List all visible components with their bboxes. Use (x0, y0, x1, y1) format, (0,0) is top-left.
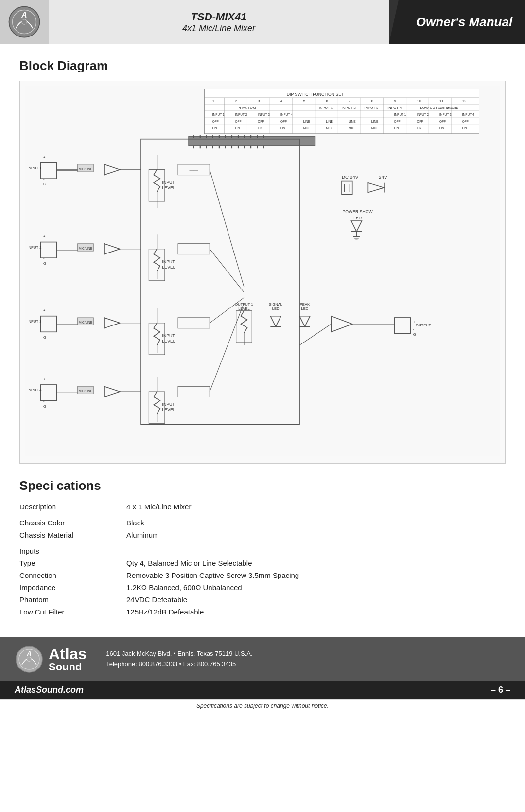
header-title-area: TSD-MIX41 4x1 Mic/Line Mixer (49, 0, 389, 44)
svg-text:MIC/LINE: MIC/LINE (79, 321, 93, 324)
svg-text:OFF: OFF (417, 120, 423, 123)
svg-text:LED: LED (353, 216, 362, 220)
svg-text:LED: LED (272, 307, 280, 311)
spec-row-connection: Connection Removable 3 Position Captive … (19, 569, 506, 581)
footer-atlas-label: Atlas (49, 646, 87, 662)
svg-text:LINE: LINE (349, 120, 356, 123)
svg-text:24V: 24V (379, 174, 387, 180)
block-diagram-title: Block Diagram (19, 58, 506, 73)
svg-text:11: 11 (439, 99, 443, 103)
svg-text:OFF: OFF (394, 120, 401, 123)
manual-label: Owner's Manual (389, 0, 525, 44)
svg-text:MIC: MIC (371, 126, 377, 130)
spec-row-inputs-header: Inputs (19, 545, 506, 557)
svg-text:LINE: LINE (303, 120, 311, 123)
svg-text:ON: ON (280, 126, 285, 130)
footer-address-line1: 1601 Jack McKay Blvd. • Ennis, Texas 751… (106, 649, 510, 659)
model-name: TSD-MIX41 (191, 11, 247, 23)
svg-text:INPUT 1: INPUT 1 (212, 113, 225, 116)
svg-text:3: 3 (258, 99, 260, 103)
svg-text:INPUT 1: INPUT 1 (319, 106, 333, 110)
svg-text:2: 2 (235, 99, 237, 103)
atlas-logo-icon: A (7, 5, 41, 39)
model-subtitle: 4x1 Mic/Line Mixer (182, 23, 255, 34)
svg-text:+: + (43, 235, 46, 239)
svg-text:OUTPUT: OUTPUT (416, 323, 431, 327)
svg-text:10: 10 (417, 99, 420, 103)
spec-label-impedance: Impedance (19, 581, 126, 594)
spec-label-description: Description (19, 501, 126, 513)
svg-text:INPUT: INPUT (162, 333, 175, 338)
svg-text:INPUT 3: INPUT 3 (439, 113, 452, 116)
svg-text:OUTPUT 1: OUTPUT 1 (235, 302, 253, 307)
svg-text:LEVEL: LEVEL (238, 307, 250, 311)
svg-text:OFF: OFF (235, 120, 241, 123)
svg-text:INPUT 3: INPUT 3 (364, 106, 378, 110)
svg-text:+: + (413, 320, 416, 324)
svg-text:G: G (43, 182, 46, 186)
spec-row-lowcut: Low Cut Filter 125Hz/12dB Defeatable (19, 606, 506, 618)
footer-logo-area: A Atlas Sound (15, 645, 87, 674)
spec-label-connection: Connection (19, 569, 126, 581)
specs-section: Speci cations Description 4 x 1 Mic/Line… (19, 478, 506, 628)
spec-row-chassis-color: Chassis Color Black (19, 517, 506, 529)
svg-text:SIGNAL: SIGNAL (269, 302, 282, 307)
spec-row-impedance: Impedance 1.2KΩ Balanced, 600Ω Unbalance… (19, 581, 506, 594)
spec-label-phantom: Phantom (19, 594, 126, 606)
svg-text:7: 7 (349, 99, 350, 103)
footer-website: AtlasSound.com (15, 685, 84, 695)
spec-row-spacer1 (19, 513, 506, 517)
svg-text:5: 5 (303, 99, 305, 103)
svg-text:ON: ON (258, 126, 262, 130)
footer-bottom: AtlasSound.com – 6 – (0, 681, 525, 699)
svg-text:LEVEL: LEVEL (162, 265, 175, 270)
svg-text:ON: ON (394, 126, 399, 130)
svg-text:DIP SWITCH FUNCTION SET: DIP SWITCH FUNCTION SET (287, 92, 344, 97)
spec-value-chassis-color: Black (126, 517, 506, 529)
svg-text:ON: ON (212, 126, 217, 130)
svg-text:LEVEL: LEVEL (162, 407, 175, 412)
main-content: Block Diagram DIP SWITCH FUNCTION SET 1 … (0, 44, 525, 637)
svg-text:A: A (26, 650, 32, 657)
svg-text:INPUT 2: INPUT 2 (417, 113, 429, 116)
svg-text:9: 9 (394, 99, 396, 103)
spec-value-lowcut: 125Hz/12dB Defeatable (126, 606, 506, 618)
svg-text:ON: ON (417, 126, 421, 130)
svg-text:ON: ON (462, 126, 467, 130)
svg-text:+: + (43, 377, 46, 381)
svg-text:ON: ON (235, 126, 240, 130)
svg-text:A: A (21, 11, 27, 19)
spec-value-description: 4 x 1 Mic/Line Mixer (126, 501, 506, 513)
svg-text:6: 6 (326, 99, 328, 103)
svg-text:MIC: MIC (303, 126, 309, 130)
spec-group-inputs: Inputs (19, 545, 506, 557)
svg-text:PHANTOM: PHANTOM (237, 106, 256, 110)
svg-text:INPUT 1: INPUT 1 (27, 166, 41, 170)
svg-text:DC 24V: DC 24V (342, 174, 359, 180)
svg-text:LOW CUT 125Hz/12dB: LOW CUT 125Hz/12dB (420, 106, 459, 110)
svg-text:ON: ON (439, 126, 444, 130)
svg-text:LINE: LINE (326, 120, 333, 123)
svg-text:-: - (43, 177, 45, 181)
svg-text:G: G (43, 404, 46, 409)
spec-label-chassis-color: Chassis Color (19, 517, 126, 529)
svg-text:OFF: OFF (258, 120, 264, 123)
svg-text:-: - (43, 256, 45, 260)
svg-text:MIC: MIC (326, 126, 332, 130)
footer-bar: A Atlas Sound 1601 Jack McKay Blvd. • En… (0, 637, 525, 681)
svg-text:INPUT 4: INPUT 4 (387, 106, 402, 110)
svg-text:INPUT 1: INPUT 1 (394, 113, 406, 116)
svg-text:G: G (413, 332, 416, 337)
footer-sound-label: Sound (49, 662, 87, 672)
svg-text:-: - (43, 399, 45, 403)
block-diagram-container: DIP SWITCH FUNCTION SET 1 2 3 4 5 6 7 8 … (19, 81, 506, 464)
svg-text:8: 8 (371, 99, 373, 103)
svg-text:INPUT 2: INPUT 2 (27, 245, 41, 250)
spec-row-chassis-material: Chassis Material Aluminum (19, 529, 506, 541)
svg-text:+: + (43, 308, 46, 313)
spec-row-phantom: Phantom 24VDC Defeatable (19, 594, 506, 606)
svg-text:LINE: LINE (371, 120, 379, 123)
svg-text:INPUT 4: INPUT 4 (27, 388, 41, 392)
svg-text:OFF: OFF (280, 120, 287, 123)
footer-brand: Atlas Sound (49, 646, 87, 672)
